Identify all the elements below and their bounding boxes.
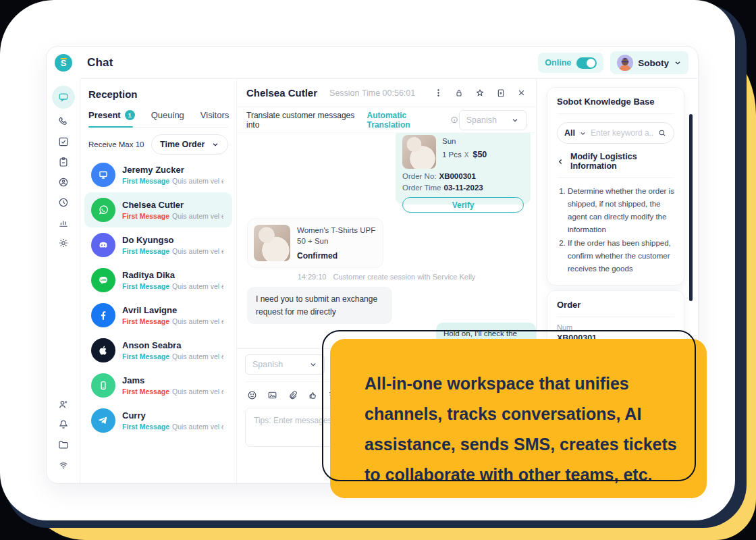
- article-steps: Determine whether the order is shipped, …: [557, 185, 674, 276]
- reception-title: Reception: [88, 88, 228, 100]
- tab-visitors[interactable]: Visitors: [200, 110, 229, 120]
- apple-icon: [97, 344, 110, 357]
- agent-icon[interactable]: [57, 176, 70, 188]
- list-item-chelsea-cutler[interactable]: Chelsea Cutler First MessageQuis autem v…: [84, 192, 232, 227]
- translate-language-select[interactable]: Spanish: [459, 110, 526, 130]
- list-item-jams[interactable]: Jams First MessageQuis autem vel eum iu.…: [80, 368, 236, 403]
- svg-text:LINE: LINE: [101, 279, 107, 281]
- telegram-icon: [97, 414, 110, 427]
- web-chat-icon: [97, 168, 110, 182]
- network-wifi-icon[interactable]: [57, 459, 70, 471]
- chevron-down-icon: [309, 360, 317, 369]
- verify-button[interactable]: Verify: [402, 197, 524, 213]
- tab-present-label: Present: [88, 110, 121, 120]
- lock-icon[interactable]: [454, 88, 464, 99]
- system-message: 14:29:10Customer create session with Ser…: [237, 273, 536, 281]
- knowledge-base-title: Sobot Knowledge Base: [557, 88, 674, 114]
- online-label: Online: [545, 58, 571, 68]
- list-item-avril-lavigne[interactable]: Avril Lavigne First MessageQuis autem ve…: [80, 298, 236, 333]
- avatar: [617, 55, 633, 71]
- invite-user-icon[interactable]: [57, 398, 70, 410]
- active-tab-underline: [88, 126, 133, 128]
- settings-gear-icon[interactable]: [57, 237, 70, 249]
- task-check-icon[interactable]: [57, 136, 70, 148]
- emoji-icon[interactable]: [246, 389, 258, 401]
- nav-rail: [47, 79, 80, 484]
- callout-box: All-in-one workspace that unifies channe…: [330, 339, 707, 498]
- tab-present[interactable]: Present 1: [88, 110, 135, 120]
- order-message-card: Sun 1 PcsX$50 Order No:XB000301 Order Ti…: [396, 133, 531, 205]
- chat-customer-name: Chelsea Cutler: [246, 87, 317, 99]
- page-title: Chat: [87, 56, 113, 70]
- order-date: 03-11-2023: [444, 184, 483, 192]
- list-item-anson-seabra[interactable]: Anson Seabra First MessageQuis autem vel…: [80, 333, 236, 368]
- history-clock-icon[interactable]: [57, 196, 70, 209]
- knowledge-search[interactable]: All: [557, 122, 674, 144]
- nav-chat[interactable]: [52, 86, 75, 109]
- attachment-icon[interactable]: [287, 389, 298, 401]
- info-icon[interactable]: [450, 115, 458, 124]
- present-count-badge: 1: [125, 110, 135, 120]
- receive-max-label: Receive Max 10: [88, 140, 144, 148]
- article-row[interactable]: Modify Logistics Information: [557, 146, 674, 178]
- translate-mode[interactable]: Automatic Translation: [367, 111, 448, 130]
- article-title: Modify Logistics Information: [570, 152, 674, 171]
- chevron-down-icon: [579, 130, 587, 137]
- notifications-bell-icon[interactable]: [57, 418, 70, 431]
- session-time: Session Time 00:56:01: [329, 88, 415, 98]
- chat-icon: [57, 91, 70, 103]
- translate-label: Translate customer messages into: [246, 111, 363, 130]
- list-item-raditya-dika[interactable]: LINE Raditya Dika First MessageQuis aute…: [80, 263, 236, 298]
- tab-queuing[interactable]: Queuing: [151, 110, 184, 120]
- chevron-down-icon: [674, 59, 682, 67]
- translate-bar: Translate customer messages into Automat…: [237, 107, 536, 133]
- kebab-menu-icon[interactable]: [433, 88, 443, 98]
- search-icon[interactable]: [657, 128, 667, 138]
- chevron-left-icon: [557, 158, 564, 165]
- phone-icon[interactable]: [57, 115, 70, 128]
- chevron-down-icon: [511, 116, 519, 124]
- add-file-icon[interactable]: [495, 88, 506, 99]
- like-icon[interactable]: [307, 389, 319, 401]
- analytics-icon[interactable]: [57, 217, 70, 229]
- whatsapp-icon: [97, 203, 110, 217]
- user-menu[interactable]: Soboty: [610, 51, 688, 74]
- folder-icon[interactable]: [57, 439, 70, 451]
- callout-text: All-in-one workspace that unifies channe…: [364, 369, 690, 490]
- panel-scrollbar[interactable]: [689, 114, 693, 301]
- facebook-icon: [97, 308, 110, 322]
- product-image: [254, 225, 290, 261]
- search-filter[interactable]: All: [564, 128, 575, 138]
- composer-language-select[interactable]: Spanish: [245, 354, 325, 375]
- online-toggle[interactable]: [576, 57, 597, 69]
- reception-panel: Reception Present 1 Queuing Visitors Rec…: [80, 79, 237, 484]
- close-icon[interactable]: [516, 88, 526, 98]
- product-status: Confirmed: [297, 251, 377, 261]
- search-input[interactable]: [591, 128, 653, 138]
- list-item-curry[interactable]: Curry First MessageQuis autem vel eum iu…: [80, 403, 236, 438]
- step-item: If the order has been shipped, confirm w…: [568, 237, 674, 275]
- product-name: Sun: [442, 137, 487, 145]
- list-item-jeremy-zucker[interactable]: Jeremy Zucker First MessageQuis autem ve…: [80, 157, 236, 192]
- list-item-do-kyungso[interactable]: Do Kyungso First MessageQuis autem vel e…: [80, 227, 236, 263]
- message-history[interactable]: Sun 1 PcsX$50 Order No:XB000301 Order Ti…: [237, 133, 536, 348]
- sort-order-select[interactable]: Time Order: [151, 134, 228, 155]
- chevron-down-icon: [211, 140, 219, 148]
- product-message-card: Women's T-Shirts UPF 50 + Sun Confirmed: [247, 218, 383, 268]
- logo-letter: S: [61, 58, 67, 68]
- image-icon[interactable]: [267, 389, 278, 401]
- knowledge-base-card: Sobot Knowledge Base All Modify Logistic…: [547, 87, 684, 286]
- order-number: XB000301: [439, 172, 476, 180]
- sobot-logo-icon: S: [55, 54, 72, 72]
- clipboard-icon[interactable]: [57, 156, 70, 168]
- star-icon[interactable]: [475, 88, 485, 99]
- conversation-list: Jeremy Zucker First MessageQuis autem ve…: [80, 157, 236, 438]
- top-bar: S Chat Online Soboty: [47, 47, 698, 79]
- line-icon: LINE: [97, 273, 110, 287]
- product-title: Women's T-Shirts UPF 50 + Sun: [297, 225, 377, 246]
- mobile-icon: [97, 379, 110, 392]
- discord-icon: [97, 238, 110, 252]
- product-image: [402, 135, 436, 169]
- online-status: Online: [538, 53, 603, 73]
- reception-tabs: Present 1 Queuing Visitors: [88, 110, 228, 128]
